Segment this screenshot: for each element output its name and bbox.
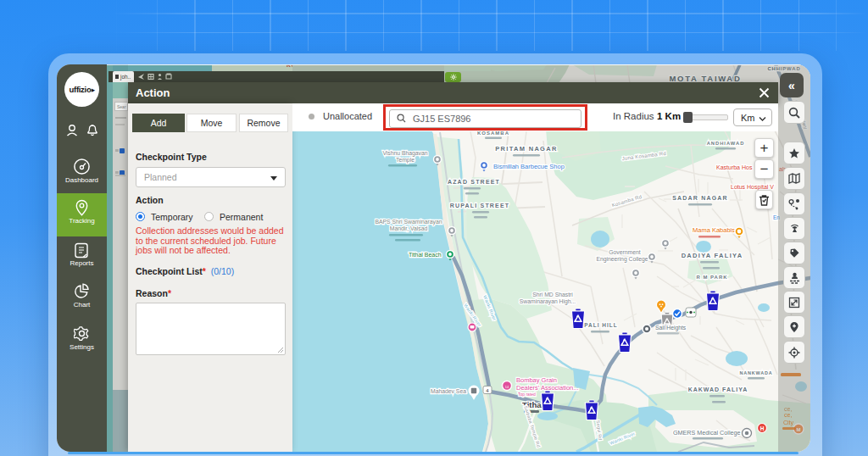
svg-text:14: 14 xyxy=(505,385,509,389)
svg-text:PRITAM NAGAR: PRITAM NAGAR xyxy=(495,145,557,153)
svg-text:ce,: ce, xyxy=(784,412,792,418)
svg-text:GMERS Medical College: GMERS Medical College xyxy=(673,429,741,437)
svg-text:Tithal Beach: Tithal Beach xyxy=(409,252,442,258)
svg-text:Mama Kababis: Mama Kababis xyxy=(693,226,735,234)
svg-text:PALI HILL: PALI HILL xyxy=(584,322,618,328)
svg-text:Mandir, Valsad: Mandir, Valsad xyxy=(390,225,428,231)
svg-text:H: H xyxy=(760,425,765,431)
svg-text:KAKWAD FALIYA: KAKWAD FALIYA xyxy=(688,386,748,392)
svg-text:Shri MD Shastri: Shri MD Shastri xyxy=(532,292,573,298)
svg-text:Mahadev Sea: Mahadev Sea xyxy=(431,388,466,394)
svg-text:BAPS Shri Swaminarayan: BAPS Shri Swaminarayan xyxy=(376,219,442,225)
svg-text:ANDHIAWAD: ANDHIAWAD xyxy=(707,141,745,146)
svg-text:Top rated: Top rated xyxy=(518,392,536,397)
svg-text:Vishnu Bhagavan: Vishnu Bhagavan xyxy=(382,150,427,157)
svg-text:Engineering College: Engineering College xyxy=(596,256,648,263)
svg-text:RUPALI STREET: RUPALI STREET xyxy=(450,203,510,209)
svg-text:DADIYA FALIYA: DADIYA FALIYA xyxy=(682,252,743,259)
svg-text:Temple: Temple xyxy=(396,157,415,164)
svg-text:AZAD STREET: AZAD STREET xyxy=(448,179,500,185)
svg-text:NANKWADA: NANKWADA xyxy=(739,370,772,375)
svg-text:City: City xyxy=(783,420,794,426)
svg-text:Bismillah Barbecue Shop: Bismillah Barbecue Shop xyxy=(493,163,565,170)
svg-text:Swaminarayan High...: Swaminarayan High... xyxy=(520,298,576,305)
svg-text:Government: Government xyxy=(609,249,641,255)
svg-text:Kasturba Hos: Kasturba Hos xyxy=(716,164,753,170)
svg-text:SADAR NAGAR: SADAR NAGAR xyxy=(672,195,728,201)
svg-text:R M PARK: R M PARK xyxy=(696,275,727,280)
svg-text:Bombay Grain: Bombay Grain xyxy=(516,376,557,384)
svg-text:Sail Heights: Sail Heights xyxy=(655,325,687,331)
